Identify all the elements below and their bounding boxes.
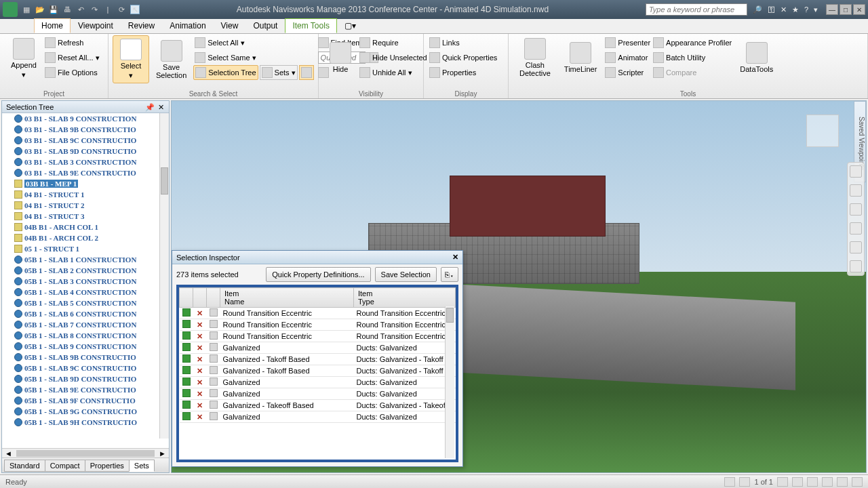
tree-item[interactable]: 03 B1 - SLAB 9D CONSTRUCTIO bbox=[2, 146, 159, 157]
exchange-icon[interactable]: ✕ bbox=[781, 5, 787, 14]
pin-icon[interactable]: 📌 bbox=[145, 103, 153, 111]
table-row[interactable]: ✕Round Transition EccentricRound Transit… bbox=[180, 319, 456, 331]
orbit-icon[interactable] bbox=[850, 222, 862, 235]
datatools-button[interactable]: DataTools bbox=[733, 35, 780, 80]
table-row[interactable]: ✕Galvanized - Takoff BasedDucts: Galvani… bbox=[180, 354, 456, 365]
tree-item[interactable]: 03B B1 - MEP 1 bbox=[2, 178, 159, 189]
tree-item[interactable]: 05 1 - STRUCT 1 bbox=[2, 243, 159, 254]
pencil-icon[interactable] bbox=[837, 477, 848, 487]
open-icon[interactable]: 📂 bbox=[35, 5, 45, 14]
tree-item[interactable]: 04 B1 - STRUCT 2 bbox=[2, 200, 159, 211]
tab-item-tools[interactable]: Item Tools bbox=[285, 18, 336, 33]
sets-button[interactable]: Sets ▾ bbox=[260, 65, 298, 80]
table-row[interactable]: ✕Round Transition EccentricRound Transit… bbox=[180, 331, 456, 342]
viewcube[interactable] bbox=[806, 115, 839, 147]
tab-review[interactable]: Review bbox=[121, 18, 162, 33]
grid-vscrollbar[interactable] bbox=[445, 306, 454, 458]
play-icon[interactable] bbox=[182, 320, 191, 328]
inspector-header[interactable]: Selection Inspector ✕ bbox=[172, 251, 462, 264]
star-icon[interactable]: ★ bbox=[792, 5, 799, 14]
remove-icon[interactable]: ✕ bbox=[196, 332, 204, 340]
panel-close-icon[interactable]: ✕ bbox=[157, 103, 165, 111]
tree-tab-properties[interactable]: Properties bbox=[85, 460, 130, 472]
tree-item[interactable]: 05B 1 - SLAB 9H CONSTRUCTIO bbox=[2, 417, 159, 428]
tree-item[interactable]: 05B 1 - SLAB 4 CONSTRUCTION bbox=[2, 287, 159, 298]
inspector-close-icon[interactable]: ✕ bbox=[452, 253, 458, 262]
save-icon[interactable]: 💾 bbox=[49, 5, 58, 14]
properties-button[interactable]: Properties bbox=[428, 65, 504, 80]
table-row[interactable]: ✕GalvanizedDucts: Galvanized bbox=[180, 342, 456, 354]
play-icon[interactable] bbox=[182, 331, 191, 340]
viewport-3d[interactable]: Saved Viewpoints Selection Inspector ✕ 2… bbox=[171, 100, 867, 473]
clash-detective-button[interactable]: Clash Detective bbox=[513, 35, 557, 80]
pointer-icon[interactable]: ↖ bbox=[130, 5, 140, 14]
animator-button[interactable]: Animator bbox=[604, 50, 652, 65]
unhide-all-button[interactable]: Unhide All ▾ bbox=[358, 65, 429, 80]
help-icon[interactable]: ? bbox=[804, 5, 808, 14]
timeliner-button[interactable]: TimeLiner bbox=[557, 35, 604, 80]
select-all-button[interactable]: Select All ▾ bbox=[193, 35, 313, 50]
selection-inspector-button[interactable] bbox=[299, 65, 314, 80]
tree-item[interactable]: 05B 1 - SLAB 9 CONSTRUCTION bbox=[2, 341, 159, 352]
maximize-button[interactable]: □ bbox=[840, 4, 852, 15]
play-icon[interactable] bbox=[182, 354, 191, 363]
tree-vscrollbar[interactable] bbox=[159, 113, 169, 439]
tab-view[interactable]: View bbox=[214, 18, 246, 33]
play-icon[interactable] bbox=[182, 378, 191, 386]
refresh-button[interactable]: Refresh bbox=[43, 35, 101, 50]
tree-item[interactable]: 05B 1 - SLAB 9F CONSTRUCTIO bbox=[2, 395, 159, 406]
remove-icon[interactable]: ✕ bbox=[196, 367, 204, 375]
hide-unselected-button[interactable]: Hide Unselected bbox=[358, 50, 429, 65]
tree-item[interactable]: 05B 1 - SLAB 9E CONSTRUCTIO bbox=[2, 384, 159, 395]
app-menu-icon[interactable] bbox=[3, 2, 18, 17]
selection-tree-button[interactable]: Selection Tree bbox=[193, 65, 258, 80]
appearance-profiler-button[interactable]: Appearance Profiler bbox=[652, 35, 733, 50]
undo-icon[interactable]: ↶ bbox=[76, 5, 85, 14]
remove-icon[interactable]: ✕ bbox=[196, 413, 204, 421]
tree-item[interactable]: 04B B1 - ARCH COL 2 bbox=[2, 232, 159, 243]
dropdown-icon[interactable]: ▾ bbox=[814, 5, 818, 14]
tree-item[interactable]: 03 B1 - SLAB 9C CONSTRUCTIO bbox=[2, 135, 159, 146]
nav-next-icon[interactable] bbox=[777, 477, 788, 487]
tree-item[interactable]: 05B 1 - SLAB 7 CONSTRUCTION bbox=[2, 319, 159, 330]
new-icon[interactable]: ▦ bbox=[22, 5, 31, 14]
append-button[interactable]: Append ▾ bbox=[4, 35, 43, 82]
presenter-button[interactable]: Presenter bbox=[604, 35, 652, 50]
quick-properties-button[interactable]: Quick Properties bbox=[428, 50, 504, 65]
tree-item[interactable]: 03 B1 - SLAB 9 CONSTRUCTION bbox=[2, 113, 159, 124]
tab-output[interactable]: Output bbox=[245, 18, 285, 33]
tree-tab-sets[interactable]: Sets bbox=[129, 460, 155, 472]
table-row[interactable]: ✕GalvanizedDucts: Galvanized bbox=[180, 388, 456, 400]
tree-item[interactable]: 05B 1 - SLAB 5 CONSTRUCTION bbox=[2, 298, 159, 308]
memory-icon[interactable] bbox=[822, 477, 833, 487]
play-icon[interactable] bbox=[182, 366, 191, 374]
steering-icon[interactable] bbox=[850, 165, 862, 178]
tab-animation[interactable]: Animation bbox=[162, 18, 213, 33]
tree-item[interactable]: 04 B1 - STRUCT 1 bbox=[2, 189, 159, 200]
save-selection-button[interactable]: Save Selection bbox=[375, 267, 437, 282]
export-button[interactable]: ⎘▾ bbox=[441, 267, 458, 282]
nav-prev-icon[interactable] bbox=[739, 477, 750, 487]
remove-icon[interactable]: ✕ bbox=[196, 401, 204, 409]
select-button[interactable]: Select ▾ bbox=[113, 35, 149, 83]
table-row[interactable]: ✕Galvanized - Takeoff BasedDucts: Galvan… bbox=[180, 400, 456, 411]
play-icon[interactable] bbox=[182, 308, 191, 317]
tab-expand-icon[interactable]: ▢▾ bbox=[337, 18, 363, 33]
remove-icon[interactable]: ✕ bbox=[196, 344, 204, 352]
select-same-button[interactable]: Select Same ▾ bbox=[193, 50, 313, 65]
tree-item[interactable]: 05B 1 - SLAB 8 CONSTRUCTION bbox=[2, 330, 159, 341]
close-button[interactable]: ✕ bbox=[853, 4, 865, 15]
tree-item[interactable]: 05B 1 - SLAB 9B CONSTRUCTIO bbox=[2, 352, 159, 363]
table-row[interactable]: ✕GalvanizedDucts: Galvanized bbox=[180, 377, 456, 388]
remove-icon[interactable]: ✕ bbox=[196, 321, 204, 329]
tree-item[interactable]: 04 B1 - STRUCT 3 bbox=[2, 211, 159, 222]
refresh-icon[interactable]: ⟳ bbox=[117, 5, 126, 14]
save-selection-button[interactable]: Save Selection bbox=[149, 35, 193, 83]
disk-icon[interactable] bbox=[807, 477, 818, 487]
tree-item[interactable]: 05B 1 - SLAB 3 CONSTRUCTION bbox=[2, 276, 159, 287]
redo-icon[interactable]: ↷ bbox=[90, 5, 99, 14]
table-row[interactable]: ✕GalvanizedDucts: Galvanized bbox=[180, 411, 456, 423]
tree-item[interactable]: 03 B1 - SLAB 9B CONSTRUCTIO bbox=[2, 124, 159, 135]
reset-all-button[interactable]: Reset All... ▾ bbox=[43, 50, 101, 65]
links-button[interactable]: Links bbox=[428, 35, 504, 50]
